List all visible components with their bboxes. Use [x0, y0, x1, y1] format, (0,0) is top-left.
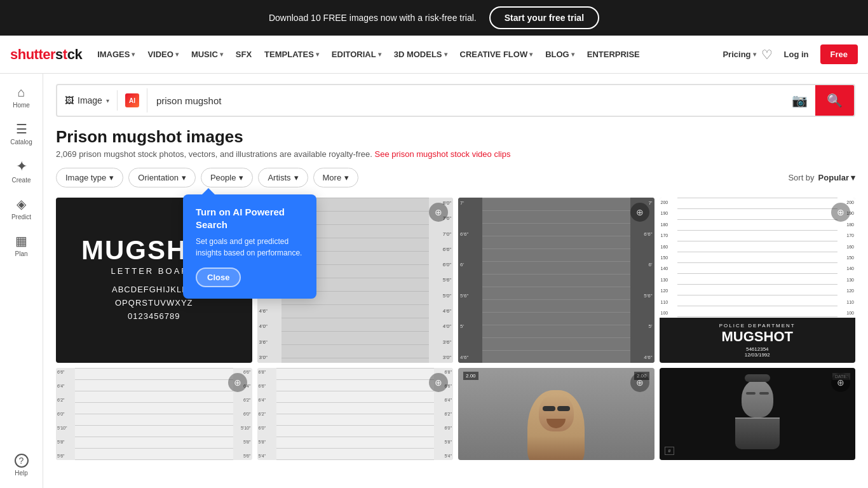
create-icon: ✦ — [16, 158, 27, 175]
nav-music-chevron: ▾ — [220, 51, 223, 58]
plan-icon: ▦ — [15, 233, 27, 248]
person-eye-left — [543, 406, 555, 411]
free-trial-button[interactable]: Start your free trial — [489, 6, 599, 29]
nav-3dmodels[interactable]: 3D MODELS ▾ — [389, 46, 452, 63]
search-submit-button[interactable]: 🔍 — [815, 85, 854, 116]
image-grid-row1: MUGSHOT LETTER BOARD ABCDEFGHIJKLMN OPQR… — [56, 198, 855, 363]
zoom-button-8[interactable]: ⊕ — [831, 373, 850, 392]
dark-person-figure — [735, 379, 780, 449]
filter-people[interactable]: People ▾ — [201, 168, 253, 187]
zoom-button-4[interactable]: ⊕ — [831, 203, 850, 222]
sidebar-item-catalog[interactable]: ☰ Catalog — [0, 116, 43, 151]
filter-image-type-chevron: ▾ — [109, 173, 114, 182]
ai-search-toggle[interactable]: AI — [118, 88, 147, 112]
nav-blog-chevron: ▾ — [571, 51, 574, 58]
favorites-icon[interactable]: ♡ — [761, 47, 773, 62]
dark-person-image: # DATE: — [660, 368, 856, 460]
small-chart-1-lines — [75, 368, 233, 460]
height-indicator-left: 2.00 — [463, 372, 478, 380]
sort-label: Sort by — [788, 173, 814, 182]
image-card-7[interactable]: 2.00 2.00 ⊕ — [458, 368, 654, 460]
help-icon: ? — [15, 454, 29, 468]
main-content: 🖼 Image ▾ AI 📷 🔍 Prison mugshot images 2… — [43, 74, 868, 488]
zoom-button-5[interactable]: ⊕ — [228, 373, 247, 392]
ai-tooltip-desc: Set goals and get predicted insights bas… — [196, 236, 304, 259]
filter-people-chevron: ▾ — [239, 173, 243, 182]
nav-sfx[interactable]: SFX — [231, 46, 257, 63]
sidebar-predict-label: Predict — [11, 214, 31, 220]
dark-labels-right: 7'6'6"6'5'6"5'4'6" — [630, 198, 654, 363]
zoom-button-6[interactable]: ⊕ — [429, 373, 448, 392]
sidebar-create-label: Create — [11, 177, 31, 184]
dark-person-head — [742, 379, 773, 417]
filter-orientation[interactable]: Orientation ▾ — [128, 168, 196, 187]
ai-tooltip-close-button[interactable]: Close — [196, 268, 241, 287]
page-subtitle: 2,069 prison mugshot stock photos, vecto… — [56, 149, 855, 159]
sort-section: Sort by Popular ▾ — [788, 173, 855, 182]
camera-search-button[interactable]: 📷 — [784, 88, 815, 113]
police-lines — [677, 198, 838, 318]
filter-more[interactable]: More ▾ — [313, 168, 359, 187]
sidebar-item-plan[interactable]: ▦ Plan — [0, 228, 43, 262]
search-type-chevron: ▾ — [106, 97, 109, 104]
image-card-3[interactable]: 7'6'6"6'5'6"5'4'6" 7'6'6"6'5'6"5'4'6" ⊕ — [458, 198, 654, 363]
search-type-select[interactable]: 🖼 Image ▾ — [57, 90, 118, 111]
small-chart-2-labels-left: 6'8"6'6"6'4"6'2"6'0"5'8"5'4" — [257, 368, 276, 460]
sort-value[interactable]: Popular ▾ — [818, 173, 855, 182]
police-mugshot-text: MUGSHOT — [665, 329, 851, 345]
person-beard — [546, 419, 566, 428]
pricing-chevron: ▾ — [753, 51, 756, 58]
top-banner: Download 10 FREE images now with a risk-… — [0, 0, 868, 36]
predict-icon: ◈ — [17, 196, 26, 212]
dark-person-hat — [745, 374, 770, 382]
search-input[interactable] — [147, 89, 784, 112]
police-board: POLICE DEPARTMENT MUGSHOT 5461235412/03/… — [660, 318, 856, 363]
mugshot-number-tag: # — [665, 447, 675, 455]
login-button[interactable]: Log in — [778, 46, 815, 63]
height-labels-right: 8'0"7'6"7'0"6'6"6'0"5'6"5'0"4'6"4'0"3'6"… — [429, 198, 453, 363]
ai-tooltip-title: Turn on AI Powered Search — [196, 206, 304, 231]
nav-images-chevron: ▾ — [132, 51, 135, 58]
sidebar-item-home[interactable]: ⌂ Home — [0, 80, 43, 114]
banner-text: Download 10 FREE images now with a risk-… — [269, 13, 477, 23]
nav-blog[interactable]: BLOG ▾ — [540, 46, 580, 63]
nav-editorial[interactable]: EDITORIAL ▾ — [327, 46, 386, 63]
filter-image-type[interactable]: Image type ▾ — [56, 168, 123, 187]
image-card-8[interactable]: # DATE: ⊕ — [660, 368, 856, 460]
nav-music[interactable]: MUSIC ▾ — [186, 46, 228, 63]
video-clips-link[interactable]: See prison mugshot stock video clips — [375, 149, 511, 159]
small-chart-2: 6'8"6'6"6'4"6'2"6'0"5'8"5'4" 6'8"6'6"6'4… — [257, 368, 454, 460]
image-card-6[interactable]: 6'8"6'6"6'4"6'2"6'0"5'8"5'4" 6'8"6'6"6'4… — [257, 368, 454, 460]
nav-templates-chevron: ▾ — [316, 51, 319, 58]
nav-video[interactable]: VIDEO ▾ — [142, 46, 183, 63]
free-button[interactable]: Free — [820, 44, 858, 64]
nav-enterprise[interactable]: ENTERPRISE — [582, 46, 645, 63]
police-chart-area: 200190180170160150140130120110100 200190… — [660, 198, 856, 318]
dark-labels-left: 7'6'6"6'5'6"5'4'6" — [458, 198, 482, 363]
dark-chart-lines — [482, 198, 630, 363]
sidebar-item-help[interactable]: ? Help — [12, 449, 31, 482]
police-case: 5461235412/03/1992 — [665, 346, 851, 358]
sidebar-item-create[interactable]: ✦ Create — [0, 153, 43, 189]
sidebar-bottom: ? Help — [12, 449, 31, 482]
nav-images[interactable]: IMAGES ▾ — [92, 46, 140, 63]
filter-artists[interactable]: Artists ▾ — [258, 168, 308, 187]
filter-artists-chevron: ▾ — [294, 173, 299, 182]
nav-creative-flow[interactable]: CREATIVE FLOW ▾ — [455, 46, 538, 63]
zoom-button-7[interactable]: ⊕ — [630, 373, 649, 392]
filters-row: Image type ▾ Orientation ▾ People ▾ Arti… — [56, 168, 855, 187]
image-card-4[interactable]: 200190180170160150140130120110100 200190… — [660, 198, 856, 363]
nav-templates[interactable]: TEMPLATES ▾ — [259, 46, 324, 63]
zoom-button-3[interactable]: ⊕ — [630, 203, 649, 222]
page-title: Prison mugshot images — [56, 127, 855, 147]
logo[interactable]: shutterstck — [10, 46, 82, 63]
sidebar-home-label: Home — [13, 102, 30, 109]
sidebar-catalog-label: Catalog — [10, 139, 32, 146]
zoom-button-2[interactable]: ⊕ — [429, 203, 448, 222]
search-type-label: Image — [78, 95, 102, 105]
nav-pricing[interactable]: Pricing ▾ — [722, 50, 756, 59]
small-chart-2-lines — [276, 368, 435, 460]
sidebar-item-predict[interactable]: ◈ Predict — [0, 191, 43, 226]
sidebar: ⌂ Home ☰ Catalog ✦ Create ◈ Predict ▦ Pl… — [0, 74, 43, 488]
image-card-5[interactable]: 6'6"6'4"6'2"6'0"5'10"5'8"5'6" 6'6"6'4"6'… — [56, 368, 252, 460]
